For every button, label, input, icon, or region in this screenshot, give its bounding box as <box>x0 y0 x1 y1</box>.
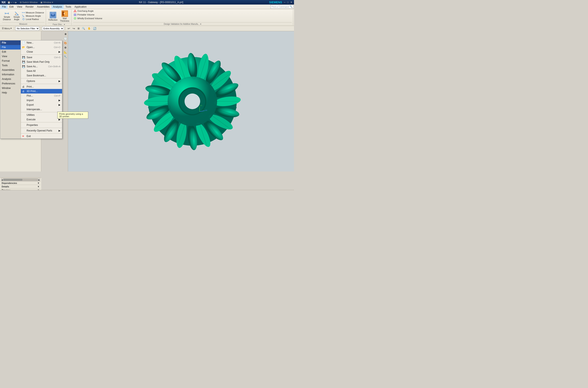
measure-distance-btn[interactable]: Measure Distance <box>22 11 44 14</box>
left-menu-information[interactable]: Information <box>0 72 21 77</box>
menu-analysis[interactable]: Analysis <box>51 4 64 9</box>
menu-assemblies[interactable]: Assemblies <box>35 4 51 9</box>
wholly-enclosed-btn[interactable]: Wholly Enclosed Volume <box>73 17 103 20</box>
left-menu-help[interactable]: Help <box>0 90 21 95</box>
bottom-panel: ◀ ▶ Dependencies ▼ Details ▼ Preview ▼ <box>0 177 41 190</box>
menu-tools[interactable]: Tools <box>64 4 73 9</box>
left-menu-preferences[interactable]: Preferences <box>0 81 21 86</box>
toolbar-sep-1 <box>14 27 14 30</box>
menu-exit[interactable]: ✕ Exit <box>21 134 62 139</box>
menu-export[interactable]: Export ▶ <box>21 103 62 107</box>
simple-distance-btn[interactable]: SimpleDistance <box>2 11 12 21</box>
menu-open[interactable]: 📂 Open... Ctrl+O <box>21 45 62 49</box>
menu-import[interactable]: Import ▶ <box>21 98 62 103</box>
svg-point-6 <box>23 18 24 20</box>
menu-save[interactable]: 💾 Save Ctrl+S <box>21 55 62 60</box>
save-as-icon: 💾 <box>22 65 25 68</box>
ribbon: SimpleDistance SimpleAngle Measure Dista… <box>0 9 294 26</box>
menu-save-all[interactable]: Save All <box>21 69 62 73</box>
save-icon: 💾 <box>22 56 25 59</box>
3d-print-icon: 🖨 <box>22 90 24 93</box>
menu-save-bookmark[interactable]: Save Bookmark... <box>21 73 62 78</box>
left-menu-analysis[interactable]: Analysis <box>0 77 21 81</box>
menu-edit[interactable]: Edit <box>8 4 15 9</box>
menu-utilities[interactable]: Utilities ▶ <box>21 113 62 117</box>
menu-view[interactable]: View <box>15 4 24 9</box>
menu-interoperate[interactable]: Interoperate... <box>21 107 62 112</box>
toolbar-redo[interactable]: ↪ <box>71 26 76 31</box>
simple-distance-icon <box>4 11 9 16</box>
sidebar-icon-5[interactable]: 📐 <box>64 50 68 54</box>
dependencies-section[interactable]: Dependencies ▼ <box>1 181 40 185</box>
menu-render[interactable]: Render <box>24 4 35 9</box>
measure-group-label: Measure <box>2 22 44 25</box>
brand-label: SIEMENS <box>269 1 282 4</box>
ribbon-design-items: Overhang Angle Printable Volume Wholly E… <box>73 9 292 22</box>
sidebar-icon-4[interactable]: ⚙ <box>64 46 68 50</box>
svg-text:YC: YC <box>200 105 202 106</box>
menu-application[interactable]: Application <box>73 4 88 9</box>
scrollbar-thumb[interactable] <box>3 179 22 181</box>
window-btn[interactable]: ▣ Window ▾ <box>40 1 53 4</box>
sidebar-icon-2[interactable]: 🕐 <box>64 37 68 41</box>
menu-properties[interactable]: Properties <box>21 123 62 127</box>
main-area: File File Edit View Format Tools Assembl… <box>0 31 294 171</box>
scroll-right[interactable]: ▶ <box>38 179 40 181</box>
menu-execute[interactable]: Execute ▶ <box>21 117 62 122</box>
simple-angle-btn[interactable]: SimpleAngle <box>13 11 21 21</box>
find-command-input[interactable]: Find a Command 🔍 <box>270 5 294 9</box>
status-bar <box>0 190 294 194</box>
left-menu-view[interactable]: View <box>0 54 21 59</box>
wall-thickness-icon <box>61 10 68 17</box>
window-maximize[interactable]: □ <box>287 1 289 4</box>
toolbar-undo[interactable]: ↩ <box>66 26 71 31</box>
left-menu-window[interactable]: Window <box>0 86 21 90</box>
scrollbar-area[interactable]: ◀ ▶ <box>1 178 40 181</box>
toolbar: ☰ Menu ▾ No Selection Filter All Feature… <box>0 26 294 31</box>
menu-3d-print[interactable]: 🖨 3D Print... <box>21 89 62 94</box>
toolbar-rotate[interactable]: 🔄 <box>92 26 97 30</box>
canvas-area[interactable]: ZC YC <box>68 31 294 171</box>
tooltip: Prints geometry using a 3D printer. <box>57 112 88 119</box>
menu-file[interactable]: File <box>0 4 8 9</box>
menu-save-work-part[interactable]: 💾 Save Work Part Only <box>21 60 62 64</box>
window-close[interactable]: ✕ <box>290 1 292 4</box>
toolbar-select-all[interactable]: ⊞ <box>76 26 81 30</box>
menu-bar: File Edit View Render Assemblies Analysi… <box>0 4 294 9</box>
printable-volume-btn[interactable]: Printable Volume <box>73 13 95 16</box>
selection-filter-select[interactable]: No Selection Filter All Features Faces <box>16 26 39 30</box>
measure-angle-btn[interactable]: Measure Angle <box>22 14 44 17</box>
menu-dropdown-btn[interactable]: ☰ Menu ▾ <box>1 26 13 30</box>
file-menu-container: File File Edit View Format Tools Assembl… <box>0 40 62 139</box>
menu-save-as[interactable]: 💾 Save As... Ctrl+Shift+A <box>21 64 62 69</box>
menu-close[interactable]: Close ▶ <box>21 49 62 54</box>
menu-recently-opened[interactable]: Recently Opened Parts ▶ <box>21 128 62 133</box>
menu-sep-7 <box>21 133 62 134</box>
reflection-btn[interactable]: Reflection <box>48 11 58 22</box>
left-menu-file[interactable]: File <box>0 45 21 49</box>
assembly-select[interactable]: Entire Assembly Work Part Only <box>42 26 64 30</box>
menu-options[interactable]: Options ▶ <box>21 79 62 83</box>
menu-plot[interactable]: Plot... Ctrl+P <box>21 94 62 98</box>
switch-window-btn[interactable]: ⊞ Switch Window <box>20 1 38 4</box>
sidebar-icon-3[interactable]: 🎨 <box>64 41 68 45</box>
local-radius-btn[interactable]: Local Radius <box>22 18 44 21</box>
overhang-angle-btn[interactable]: Overhang Angle <box>73 9 94 12</box>
scrollbar-track[interactable] <box>3 179 38 181</box>
menu-print[interactable]: 🖨 Print... <box>21 84 62 89</box>
print-icon: 🖨 <box>22 85 24 88</box>
left-menu-format[interactable]: Format <box>0 59 21 63</box>
window-minimize[interactable]: ─ <box>284 1 285 4</box>
wall-thickness-btn[interactable]: WallThickness <box>59 9 70 23</box>
toolbar-zoom[interactable]: 🔍 <box>81 26 86 30</box>
left-menu-assemblies[interactable]: Assemblies <box>0 68 21 72</box>
svg-rect-12 <box>62 12 64 16</box>
toolbar-pan[interactable]: ✋ <box>87 26 92 30</box>
left-menu-edit[interactable]: Edit <box>0 49 21 54</box>
left-menu-tools[interactable]: Tools <box>0 63 21 68</box>
sidebar-icon-6[interactable]: 🔧 <box>64 55 68 59</box>
details-section[interactable]: Details ▼ <box>1 185 40 188</box>
menu-new[interactable]: 📄 New... Ctrl+N <box>21 40 62 45</box>
scroll-left[interactable]: ◀ <box>1 179 3 181</box>
sidebar-icon-1[interactable]: ⊕ <box>64 32 68 36</box>
